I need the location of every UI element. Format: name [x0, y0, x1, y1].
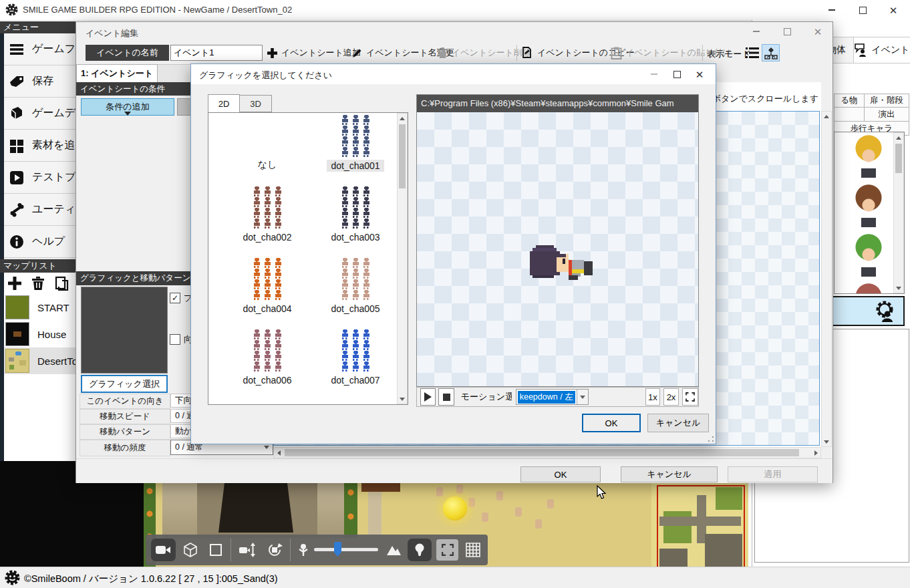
graphic-entry-dot-cha006[interactable]: dot_cha006	[227, 329, 307, 386]
main-titlebar: SMILE GAME BUILDER RPG EDITION - NewGame…	[0, 0, 910, 21]
zoom-mountain-icon[interactable]	[384, 539, 403, 561]
select-graphic-button[interactable]: グラフィック選択	[81, 375, 168, 393]
zoom-slider-track[interactable]	[314, 548, 378, 551]
event-dialog-close[interactable]: ✕	[808, 24, 828, 39]
expand-brackets-icon	[686, 392, 695, 402]
scale-1x-button[interactable]: 1x	[645, 388, 661, 406]
character-cell[interactable]	[845, 282, 892, 294]
stop-button[interactable]	[438, 388, 454, 406]
zoom-slider-thumb[interactable]	[334, 542, 341, 557]
event-apply-button[interactable]: 適用	[728, 466, 818, 482]
camera-mode-icon[interactable]	[151, 539, 176, 561]
tab-event-label: イベント	[871, 44, 909, 56]
flow-vertical-scrollbar[interactable]	[821, 111, 832, 447]
tab-2d[interactable]: 2D	[208, 94, 240, 112]
graphic-select-dialog: グラフィックを選択してください ✕ 2D 3D なし dot_cha001 do…	[190, 63, 716, 444]
graphic-entry-dot-cha005[interactable]: dot_cha005	[315, 257, 396, 315]
category-door-stairs[interactable]: 扉・階段	[865, 94, 909, 108]
motion-combobox[interactable]: keepdown / 左	[516, 389, 589, 405]
event-dialog-minimize[interactable]	[746, 24, 766, 39]
window-title: SMILE GAME BUILDER RPG EDITION - NewGame…	[23, 5, 292, 15]
graphic-cancel-button[interactable]: キャンセル	[647, 414, 709, 432]
cube-view-icon[interactable]	[180, 539, 201, 561]
add-assets-icon	[8, 137, 25, 154]
category-blank[interactable]	[834, 108, 865, 122]
play-icon	[424, 392, 432, 402]
expand-preview-button[interactable]	[682, 388, 698, 406]
graphic-list[interactable]: なし dot_cha001 dot_cha002 dot_cha003 dot_…	[208, 112, 408, 405]
add-condition-button[interactable]: 条件の追加	[81, 98, 174, 116]
category-examinable[interactable]: る物	[834, 94, 865, 108]
view-flow-icon[interactable]	[762, 44, 780, 61]
character-cell[interactable]	[845, 233, 892, 280]
map-item-label: House	[37, 329, 66, 340]
event-ok-button[interactable]: OK	[520, 466, 601, 482]
graphic-dialog-close[interactable]: ✕	[690, 67, 710, 82]
category-direction[interactable]: 演出	[865, 108, 909, 122]
resize-grip[interactable]	[708, 436, 714, 442]
prop-speed-label: 移動スピード	[80, 409, 170, 424]
tab-3d[interactable]: 3D	[240, 95, 272, 112]
event-dialog-maximize[interactable]	[777, 24, 797, 39]
light-toggle-icon[interactable]	[408, 539, 432, 561]
camera-height-icon[interactable]	[236, 539, 259, 561]
fullscreen-brackets-icon[interactable]	[436, 539, 458, 561]
graphic-dialog-title: グラフィックを選択してください	[199, 69, 332, 82]
zoom-flower-icon[interactable]	[295, 539, 311, 561]
delete-map-icon[interactable]	[31, 275, 45, 291]
character-cell[interactable]	[845, 134, 892, 181]
prop-pattern-label: 移動パターン	[80, 424, 170, 440]
map-hedge-right	[344, 483, 357, 538]
character-blonde	[847, 135, 890, 179]
view-list-icon[interactable]	[744, 45, 760, 61]
sprite-sheet-thumbnail	[253, 258, 283, 300]
maximize-button[interactable]	[853, 3, 873, 17]
graphic-entry-dot-cha001[interactable]: dot_cha001	[315, 114, 396, 172]
map-selection-rect	[657, 485, 745, 567]
character-brown	[847, 184, 890, 229]
scale-2x-button[interactable]: 2x	[663, 388, 679, 406]
graphic-entry-dot-cha003[interactable]: dot_cha003	[315, 186, 396, 243]
checkbox-unchecked-icon	[170, 334, 180, 345]
character-list-scrollbar[interactable]	[893, 132, 904, 293]
plus-icon	[267, 47, 278, 59]
tab-event[interactable]: イベント	[854, 37, 910, 63]
motion-label: モーション選択	[461, 391, 512, 403]
map-doorway	[218, 483, 293, 533]
mouse-cursor	[597, 485, 607, 500]
character-template-list[interactable]	[834, 132, 905, 294]
graphic-dialog-minimize[interactable]	[644, 67, 664, 82]
viewport-toolbar	[146, 535, 488, 565]
sprite-preview-canvas[interactable]	[417, 112, 698, 387]
graphic-dialog-maximize[interactable]	[667, 67, 687, 82]
map-thumbnail	[5, 322, 29, 346]
close-button[interactable]: ✕	[883, 3, 903, 17]
graphic-entry-none[interactable]: なし	[227, 114, 307, 172]
map-viewport[interactable]	[144, 483, 748, 567]
graphic-ok-button[interactable]: OK	[582, 414, 641, 432]
character-cell[interactable]	[845, 183, 892, 231]
sheet-tab[interactable]: 1: イベントシート	[76, 64, 158, 82]
event-dialog-title: イベント編集	[86, 27, 138, 39]
checkbox-checked-icon: ✓	[170, 293, 180, 303]
sidebar-label: ヘルプ	[32, 235, 65, 249]
square-select-icon[interactable]	[205, 539, 226, 561]
graphic-entry-dot-cha007[interactable]: dot_cha007	[315, 329, 396, 386]
grid-toggle-icon[interactable]	[463, 539, 482, 561]
flow-horizontal-scrollbar[interactable]	[273, 447, 821, 458]
add-map-icon[interactable]	[7, 275, 23, 291]
custom-event-item[interactable]	[824, 296, 905, 326]
character-green	[847, 234, 890, 278]
graphic-entry-dot-cha002[interactable]: dot_cha002	[227, 186, 307, 243]
play-button[interactable]	[420, 388, 436, 406]
event-cancel-button[interactable]: キャンセル	[621, 466, 718, 482]
event-name-input[interactable]	[170, 45, 263, 61]
copy-map-icon[interactable]	[53, 275, 69, 291]
camera-rotate-icon[interactable]	[264, 539, 286, 561]
sidebar-label: 保存	[32, 74, 53, 88]
graphic-entry-dot-cha004[interactable]: dot_cha004	[227, 257, 307, 315]
add-sheet-button[interactable]: イベントシート追加	[267, 45, 361, 61]
minimize-button[interactable]	[822, 3, 842, 17]
game-data-icon	[8, 105, 25, 122]
graphic-list-scrollbar[interactable]	[397, 113, 408, 404]
